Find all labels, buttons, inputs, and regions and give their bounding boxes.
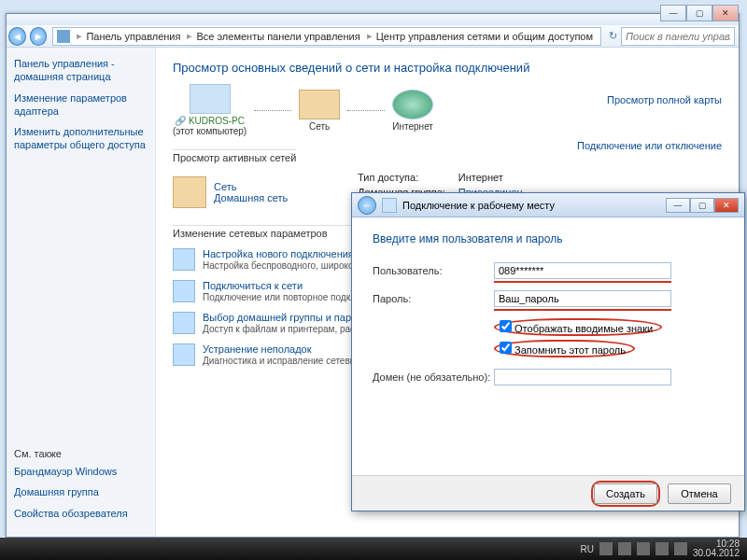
show-chars-checkbox[interactable] [500,320,512,332]
wizard-heading: Введите имя пользователя и пароль [373,232,724,245]
connect-disconnect-link[interactable]: Подключение или отключение [577,140,722,163]
close-button[interactable]: ✕ [712,5,739,21]
create-button[interactable]: Создать [594,483,657,504]
network-map: 🔗 KUDROS-PC (этот компьютер) Сеть Интерн… [173,84,722,136]
tray-icon[interactable] [599,542,613,555]
breadcrumb-part[interactable]: Все элементы панели управления [196,31,359,42]
volume-icon[interactable] [674,542,687,555]
full-map-link[interactable]: Просмотр полной карты [607,94,722,105]
wizard-maximize-button[interactable]: ▢ [690,198,714,213]
maximize-button[interactable]: ▢ [686,5,712,21]
domain-input[interactable] [494,369,671,385]
password-label: Пароль: [373,293,494,304]
connect-network-icon [173,280,195,302]
wizard-close-button[interactable]: ✕ [714,198,739,213]
refresh-button[interactable]: ↻ [605,30,621,42]
sidebar-firewall[interactable]: Брандмауэр Windows [14,465,148,478]
network-icon [299,90,340,119]
homegroup-icon [173,312,195,334]
username-input[interactable] [494,262,671,279]
remember-password-checkbox[interactable] [500,342,512,354]
clock[interactable]: 10:28 30.04.2012 [693,539,740,559]
network-tray-icon[interactable] [655,542,669,555]
wizard-titlebar[interactable]: ← Подключение к рабочему месту — ▢ ✕ [352,193,744,217]
wizard-minimize-button[interactable]: — [666,198,690,213]
forward-button[interactable]: ► [30,27,48,46]
network-type-link[interactable]: Домашняя сеть [214,192,288,203]
sidebar: Панель управления - домашняя страница Из… [7,48,156,537]
password-input[interactable] [494,290,671,307]
computer-icon [190,84,231,114]
network-name-link[interactable]: Сеть [214,181,236,192]
house-icon [173,176,206,208]
sidebar-internet-options[interactable]: Свойства обозревателя [14,507,148,520]
back-button[interactable]: ◄ [8,27,26,46]
connection-wizard-dialog: ← Подключение к рабочему месту — ▢ ✕ Вве… [351,192,745,511]
search-input[interactable] [622,31,734,42]
username-label: Пользователь: [373,265,494,276]
annotation-mark [494,309,671,311]
sidebar-see-also: См. также [14,448,148,459]
breadcrumb-part[interactable]: Центр управления сетями и общим доступом [376,31,593,42]
new-connection-icon [173,248,195,271]
cancel-button[interactable]: Отмена [668,483,731,504]
globe-icon [392,90,433,119]
titlebar: — ▢ ✕ [7,14,739,25]
minimize-button[interactable]: — [660,5,686,21]
wizard-back-button[interactable]: ← [358,196,376,215]
sidebar-home[interactable]: Панель управления - домашняя страница [14,57,148,84]
wizard-icon [382,198,397,213]
task-connect-network[interactable]: Подключиться к сети [203,280,303,291]
address-bar: ◄ ► ▸ Панель управления ▸ Все элементы п… [7,25,739,48]
domain-label: Домен (не обязательно): [373,371,494,383]
breadcrumb[interactable]: ▸ Панель управления ▸ Все элементы панел… [52,27,601,46]
flag-icon[interactable] [637,542,650,555]
computer-name: 🔗 KUDROS-PC [173,116,247,126]
sidebar-adapter-settings[interactable]: Изменение параметров адаптера [14,91,148,119]
wizard-title: Подключение к рабочему месту [402,200,555,211]
search-box[interactable] [621,27,735,46]
page-heading: Просмотр основных сведений о сети и наст… [173,61,722,75]
sidebar-sharing-settings[interactable]: Изменить дополнительные параметры общего… [14,125,148,152]
tray-icon[interactable] [618,542,631,555]
annotation-mark: Создать [591,481,660,507]
control-panel-icon [57,30,70,43]
annotation-mark [494,281,671,283]
troubleshoot-icon [173,343,195,366]
language-indicator[interactable]: RU [580,544,593,554]
taskbar[interactable]: RU 10:28 30.04.2012 [0,538,747,560]
breadcrumb-part[interactable]: Панель управления [86,31,180,42]
sidebar-homegroup[interactable]: Домашняя группа [14,485,148,498]
active-networks-heading: Просмотр активных сетей [173,149,296,163]
task-troubleshoot[interactable]: Устранение неполадок [203,343,312,355]
